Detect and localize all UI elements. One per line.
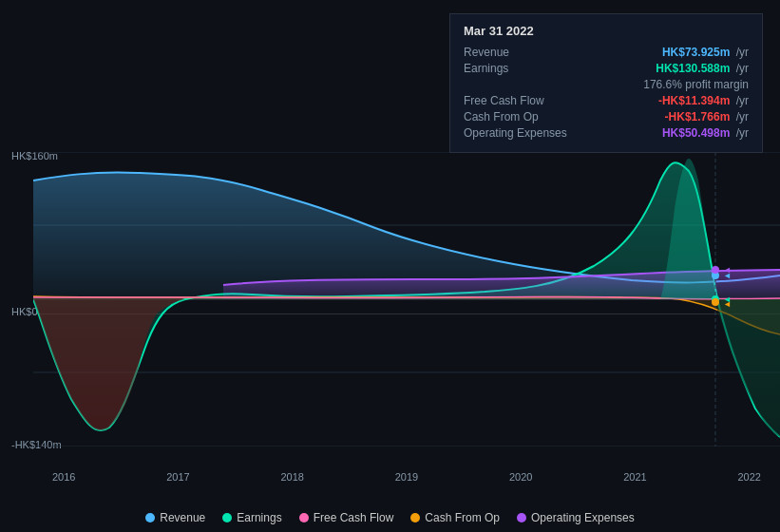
x-label-2022: 2022 bbox=[738, 471, 761, 483]
legend-dot-fcf bbox=[299, 513, 309, 522]
legend-revenue[interactable]: Revenue bbox=[145, 511, 205, 524]
legend-fcf[interactable]: Free Cash Flow bbox=[299, 511, 394, 524]
legend-label-revenue: Revenue bbox=[160, 511, 205, 524]
opex-dot bbox=[712, 266, 719, 274]
tooltip-row-earnings: Earnings HK$130.588m /yr bbox=[464, 62, 749, 75]
x-axis: 2016 2017 2018 2019 2020 2021 2022 bbox=[33, 471, 780, 483]
tooltip-row-fcf: Free Cash Flow -HK$11.394m /yr bbox=[464, 94, 749, 107]
tooltip-value-earnings: HK$130.588m /yr bbox=[656, 62, 749, 75]
legend-label-opex: Operating Expenses bbox=[531, 511, 635, 524]
legend-label-cashop: Cash From Op bbox=[425, 511, 500, 524]
tooltip-value-cashop: -HK$1.766m /yr bbox=[665, 110, 749, 124]
chart-legend: Revenue Earnings Free Cash Flow Cash Fro… bbox=[0, 511, 780, 524]
legend-label-fcf: Free Cash Flow bbox=[314, 511, 394, 524]
tooltip-row-cashop: Cash From Op -HK$1.766m /yr bbox=[464, 110, 749, 124]
legend-dot-opex bbox=[517, 513, 526, 522]
earnings-neg-right bbox=[713, 299, 780, 437]
chart-svg: ◄ ◄ ◄ ◄ bbox=[33, 152, 780, 446]
tooltip-profit-margin: 176.6% profit margin bbox=[643, 78, 749, 91]
legend-earnings[interactable]: Earnings bbox=[222, 511, 281, 524]
tooltip-label-opex: Operating Expenses bbox=[464, 126, 587, 140]
tooltip-label-revenue: Revenue bbox=[464, 46, 587, 59]
legend-label-earnings: Earnings bbox=[237, 511, 281, 524]
x-label-2018: 2018 bbox=[281, 471, 304, 483]
tooltip-panel: Mar 31 2022 Revenue HK$73.925m /yr Earni… bbox=[449, 13, 763, 153]
x-label-2016: 2016 bbox=[52, 471, 75, 483]
tooltip-value-revenue: HK$73.925m /yr bbox=[662, 46, 749, 59]
tooltip-row-revenue: Revenue HK$73.925m /yr bbox=[464, 46, 749, 59]
tooltip-title: Mar 31 2022 bbox=[464, 24, 749, 38]
cashop-right-label: ◄ bbox=[723, 299, 732, 309]
x-label-2021: 2021 bbox=[623, 471, 646, 483]
tooltip-label-fcf: Free Cash Flow bbox=[464, 94, 587, 107]
tooltip-label-earnings: Earnings bbox=[464, 62, 587, 75]
x-label-2019: 2019 bbox=[395, 471, 418, 483]
cashop-dot bbox=[712, 298, 719, 306]
tooltip-row-profit: 176.6% profit margin bbox=[464, 78, 749, 91]
tooltip-row-opex: Operating Expenses HK$50.498m /yr bbox=[464, 126, 749, 140]
tooltip-value-fcf: -HK$11.394m /yr bbox=[658, 94, 749, 107]
legend-cashop[interactable]: Cash From Op bbox=[410, 511, 500, 524]
legend-dot-revenue bbox=[145, 513, 155, 522]
tooltip-value-opex: HK$50.498m /yr bbox=[662, 126, 749, 140]
opex-right-label: ◄ bbox=[723, 265, 732, 275]
tooltip-label-cashop: Cash From Op bbox=[464, 110, 587, 124]
x-label-2017: 2017 bbox=[166, 471, 189, 483]
legend-opex[interactable]: Operating Expenses bbox=[517, 511, 635, 524]
legend-dot-earnings bbox=[222, 513, 232, 522]
x-label-2020: 2020 bbox=[509, 471, 532, 483]
legend-dot-cashop bbox=[410, 513, 420, 522]
